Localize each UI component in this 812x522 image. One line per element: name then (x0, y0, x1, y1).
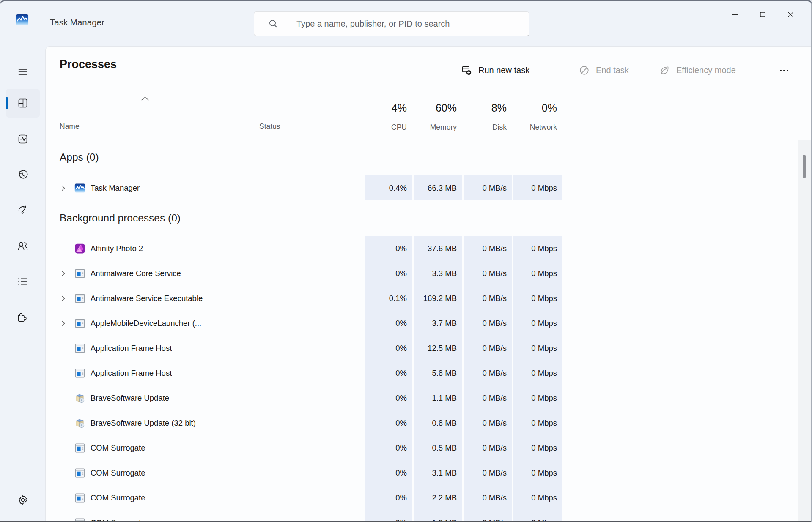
disk-cell: 0 MB/s (464, 510, 512, 521)
maximize-icon (759, 11, 766, 18)
default-exe-icon (74, 443, 85, 454)
column-header-cpu[interactable]: 4%CPU (365, 47, 412, 139)
process-name: Affinity Photo 2 (91, 236, 143, 261)
disk-cell: 0 MB/s (464, 385, 512, 410)
group-label: Background processes (0) (60, 212, 181, 224)
group-header[interactable]: Apps (0) (46, 139, 796, 175)
task-manager-app-icon (74, 183, 85, 194)
search-input[interactable] (296, 19, 524, 29)
sort-ascending-icon (140, 96, 150, 101)
disk-cell: 0 MB/s (464, 286, 512, 311)
metric-total-value: 60% (436, 102, 457, 114)
network-cell: 0 Mbps (513, 286, 562, 311)
process-row[interactable]: Antimalware Core Service0%3.3 MB0 MB/s0 … (46, 261, 796, 286)
memory-cell: 2.2 MB (414, 485, 462, 510)
process-row[interactable]: COM Surrogate0%2.2 MB0 MB/s0 Mbps (46, 485, 796, 510)
network-cell: 0 Mbps (513, 311, 562, 336)
default-exe-icon (74, 368, 85, 379)
column-header-disk[interactable]: 8%Disk (464, 47, 512, 139)
app-history-icon (17, 169, 29, 181)
process-row[interactable]: Affinity Photo 20%37.6 MB0 MB/s0 Mbps (46, 236, 796, 261)
search-box[interactable] (254, 11, 529, 36)
expand-chevron-icon[interactable] (61, 185, 66, 191)
metric-total-value: 8% (491, 102, 507, 114)
metric-column-label: Network (530, 123, 557, 132)
disk-cell: 0 MB/s (464, 485, 512, 510)
network-cell: 0 Mbps (513, 336, 562, 361)
process-row[interactable]: AppleMobileDeviceLauncher (...0%3.7 MB0 … (46, 311, 796, 336)
close-button[interactable] (776, 3, 804, 25)
memory-cell: 0.5 MB (414, 435, 462, 460)
metric-column-label: CPU (391, 123, 407, 132)
column-header-memory[interactable]: 60%Memory (414, 47, 462, 139)
disk-cell: 0 MB/s (464, 311, 512, 336)
expand-chevron-icon[interactable] (61, 320, 66, 327)
process-row[interactable]: Application Frame Host0%12.5 MB0 MB/s0 M… (46, 336, 796, 361)
disk-cell: 0 MB/s (464, 175, 512, 200)
navigation-rail (0, 46, 45, 522)
more-options-button[interactable] (772, 63, 796, 78)
network-cell: 0 Mbps (513, 236, 562, 261)
process-row[interactable]: Application Frame Host0%5.8 MB0 MB/s0 Mb… (46, 361, 796, 385)
network-cell: 0 Mbps (513, 361, 562, 385)
more-icon (779, 65, 790, 76)
network-cell: 0 Mbps (513, 385, 562, 410)
sidebar-item-services[interactable] (6, 303, 40, 332)
network-cell: 0 Mbps (513, 485, 562, 510)
process-row[interactable]: COM Surrogate0%0.5 MB0 MB/s0 Mbps (46, 435, 796, 460)
default-exe-icon (74, 293, 85, 304)
vertical-scrollbar[interactable] (798, 140, 811, 521)
performance-icon (17, 133, 29, 145)
expand-chevron-icon[interactable] (61, 270, 66, 277)
process-name: COM Surrogate (91, 460, 145, 485)
column-header-status[interactable]: Status (259, 122, 280, 131)
process-row[interactable]: Antimalware Service Executable0.1%169.2 … (46, 286, 796, 311)
sidebar-item-app-history[interactable] (6, 161, 40, 189)
memory-cell: 0.8 MB (414, 410, 462, 435)
group-header[interactable]: Background processes (0) (46, 200, 796, 236)
network-cell: 0 Mbps (513, 175, 562, 200)
sidebar-item-users[interactable] (6, 232, 40, 260)
efficiency-mode-button[interactable]: Efficiency mode (659, 58, 736, 82)
process-name: Task Manager (91, 175, 140, 200)
cpu-cell: 0% (365, 410, 412, 435)
minimize-button[interactable] (721, 3, 749, 25)
memory-cell: 3.1 MB (414, 460, 462, 485)
search-icon (269, 19, 278, 29)
navigation-menu-button[interactable] (6, 57, 40, 86)
default-exe-icon (74, 467, 85, 478)
details-icon (17, 276, 29, 287)
process-row[interactable]: BraveSoftware Update (32 bit)0%0.8 MB0 M… (46, 410, 796, 435)
sidebar-item-settings[interactable] (6, 486, 40, 514)
metric-column-label: Memory (430, 123, 457, 132)
memory-cell: 3.7 MB (414, 311, 462, 336)
process-name: BraveSoftware Update (32 bit) (91, 410, 196, 435)
scrollbar-thumb[interactable] (803, 155, 806, 178)
network-cell: 0 Mbps (513, 261, 562, 286)
cpu-cell: 0% (365, 485, 412, 510)
default-exe-icon (74, 268, 85, 279)
process-row[interactable]: BraveSoftware Update0%1.1 MB0 MB/s0 Mbps (46, 385, 796, 410)
column-header-network[interactable]: 0%Network (513, 47, 562, 139)
sidebar-item-processes[interactable] (6, 89, 40, 118)
column-header-name[interactable]: Name (60, 122, 80, 131)
efficiency-mode-icon (659, 65, 670, 76)
sidebar-item-startup-apps[interactable] (6, 196, 40, 224)
disk-cell: 0 MB/s (464, 410, 512, 435)
process-row[interactable]: Task Manager0.4%66.3 MB0 MB/s0 Mbps (46, 175, 796, 200)
process-name: Antimalware Core Service (91, 261, 181, 286)
sidebar-item-details[interactable] (6, 267, 40, 296)
process-row[interactable]: COM Surrogate0%1.8 MB0 MB/s0 Mbps (46, 510, 796, 521)
expand-chevron-icon[interactable] (61, 295, 66, 302)
metric-total-value: 0% (542, 102, 557, 114)
process-row[interactable]: COM Surrogate0%3.1 MB0 MB/s0 Mbps (46, 460, 796, 485)
network-cell: 0 Mbps (513, 410, 562, 435)
maximize-button[interactable] (749, 3, 776, 25)
task-manager-window: Task Manager Processes Run new task End … (0, 0, 812, 522)
sidebar-item-performance[interactable] (6, 125, 40, 153)
end-task-button[interactable]: End task (579, 58, 629, 82)
metric-column-label: Disk (492, 123, 507, 132)
task-manager-app-icon (16, 13, 29, 26)
processes-icon (17, 97, 29, 109)
disk-cell: 0 MB/s (464, 361, 512, 385)
